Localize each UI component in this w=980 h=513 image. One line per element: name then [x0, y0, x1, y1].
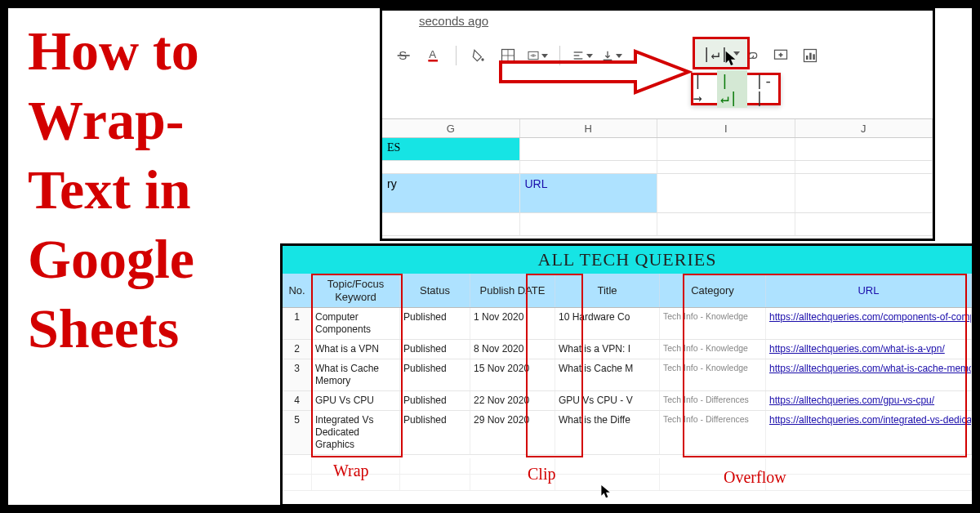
col-title[interactable]: Title: [555, 274, 660, 307]
cell-url[interactable]: https://alltechqueries.com/components-of…: [766, 308, 972, 339]
table-row: 2What is a VPNPublished8 Nov 2020What is…: [283, 340, 972, 359]
cell-url[interactable]: https://alltechqueries.com/integrated-vs…: [766, 411, 972, 454]
cell-category[interactable]: Tech Info - Knowledge: [660, 308, 766, 339]
col-header[interactable]: J: [795, 119, 933, 137]
cell-no[interactable]: 5: [283, 411, 312, 454]
fill-color-icon[interactable]: [468, 45, 489, 66]
wrap-label: Wrap: [333, 462, 369, 480]
insert-comment-icon[interactable]: [770, 45, 791, 66]
spreadsheet-panel: ALL TECH QUERIES No. Topic/Focus Keyword…: [280, 243, 974, 506]
cursor-icon: [724, 50, 738, 68]
col-url[interactable]: URL: [766, 274, 972, 307]
cell-status[interactable]: Published: [400, 411, 470, 454]
svg-point-4: [481, 58, 483, 60]
toolbar-panel: seconds ago S A A |↵| |→ |↵| |-| G H I J: [380, 8, 935, 241]
svg-rect-20: [813, 54, 815, 60]
cell-date[interactable]: 22 Nov 2020: [470, 391, 555, 410]
col-header[interactable]: G: [382, 119, 520, 137]
sheet-header-row: No. Topic/Focus Keyword Status Publish D…: [283, 274, 972, 308]
mini-grid: ES ryURL: [382, 138, 933, 239]
cell-status[interactable]: Published: [400, 340, 470, 359]
col-header[interactable]: H: [520, 119, 658, 137]
clip-label: Clip: [528, 465, 555, 484]
cell-no[interactable]: 1: [283, 308, 312, 339]
cell-date[interactable]: 1 Nov 2020: [470, 308, 555, 339]
cell-title[interactable]: 10 Hardware Co: [555, 308, 660, 339]
cell-keyword[interactable]: GPU Vs CPU: [312, 391, 400, 410]
separator: [456, 46, 457, 65]
insert-chart-icon[interactable]: [800, 45, 821, 66]
cell-keyword[interactable]: Computer Components: [312, 308, 400, 339]
cell[interactable]: ES: [382, 138, 520, 160]
table-row: 1Computer ComponentsPublished1 Nov 20201…: [283, 308, 972, 340]
cell[interactable]: URL: [520, 174, 658, 212]
arrow-annotation: [497, 47, 693, 96]
col-no[interactable]: No.: [283, 274, 312, 307]
cell-category[interactable]: Tech Info - Knowledge: [660, 359, 766, 390]
cell-keyword[interactable]: What is Cache Memory: [312, 359, 400, 390]
text-wrap-button[interactable]: |↵|: [693, 37, 750, 69]
cell-title[interactable]: What is Cache M: [555, 359, 660, 390]
col-category[interactable]: Category: [660, 274, 766, 307]
col-date[interactable]: Publish DATE: [470, 274, 555, 307]
cell-keyword[interactable]: What is a VPN: [312, 340, 400, 359]
svg-text:A: A: [429, 48, 436, 60]
overflow-label: Overflow: [724, 468, 786, 487]
cell-keyword[interactable]: Integrated Vs Dedicated Graphics: [312, 411, 400, 454]
page-title: How to Wrap-Text in Google Sheets: [28, 16, 281, 364]
cell-no[interactable]: 3: [283, 359, 312, 390]
cursor-icon: [599, 484, 612, 502]
strikethrough-icon[interactable]: S: [394, 45, 415, 66]
col-header[interactable]: I: [657, 119, 795, 137]
cell-no[interactable]: 2: [283, 340, 312, 359]
cell-title[interactable]: What is a VPN: I: [555, 340, 660, 359]
cell-no[interactable]: 4: [283, 391, 312, 410]
svg-rect-3: [428, 60, 438, 62]
cell-date[interactable]: 29 Nov 2020: [470, 411, 555, 454]
clip-option[interactable]: |-|: [755, 72, 779, 106]
cell-title[interactable]: GPU Vs CPU - V: [555, 391, 660, 410]
cell-category[interactable]: Tech Info - Knowledge: [660, 340, 766, 359]
col-status[interactable]: Status: [400, 274, 470, 307]
col-keyword[interactable]: Topic/Focus Keyword: [312, 274, 400, 307]
cell-date[interactable]: 15 Nov 2020: [470, 359, 555, 390]
table-row: 4GPU Vs CPUPublished22 Nov 2020GPU Vs CP…: [283, 391, 972, 411]
cell-category[interactable]: Tech Info - Differences: [660, 411, 766, 454]
cell-status[interactable]: Published: [400, 391, 470, 410]
svg-rect-19: [809, 53, 812, 60]
cell-status[interactable]: Published: [400, 308, 470, 339]
cell-category[interactable]: Tech Info - Differences: [660, 391, 766, 410]
sheet-title: ALL TECH QUERIES: [283, 246, 972, 274]
svg-rect-18: [806, 56, 808, 60]
wrap-option[interactable]: |↵|: [717, 70, 747, 108]
table-row: 5Integrated Vs Dedicated GraphicsPublish…: [283, 411, 972, 455]
table-row: 3What is Cache MemoryPublished15 Nov 202…: [283, 359, 972, 391]
cell-url[interactable]: https://alltechqueries.com/gpu-vs-cpu/: [766, 391, 972, 410]
sheet-body: 1Computer ComponentsPublished1 Nov 20201…: [283, 308, 972, 455]
cell-url[interactable]: https://alltechqueries.com/what-is-a-vpn…: [766, 340, 972, 359]
cell-url[interactable]: https://alltechqueries.com/what-is-cache…: [766, 359, 972, 390]
text-color-icon[interactable]: A: [423, 45, 444, 66]
cell-title[interactable]: What is the Diffe: [555, 411, 660, 454]
text-wrap-dropdown: |→ |↵| |-|: [691, 73, 781, 105]
cell-date[interactable]: 8 Nov 2020: [470, 340, 555, 359]
cell[interactable]: ry: [382, 174, 520, 212]
save-status: seconds ago: [419, 14, 488, 28]
cell-status[interactable]: Published: [400, 359, 470, 390]
overflow-option[interactable]: |→: [693, 72, 709, 106]
column-headers: G H I J: [382, 118, 933, 138]
